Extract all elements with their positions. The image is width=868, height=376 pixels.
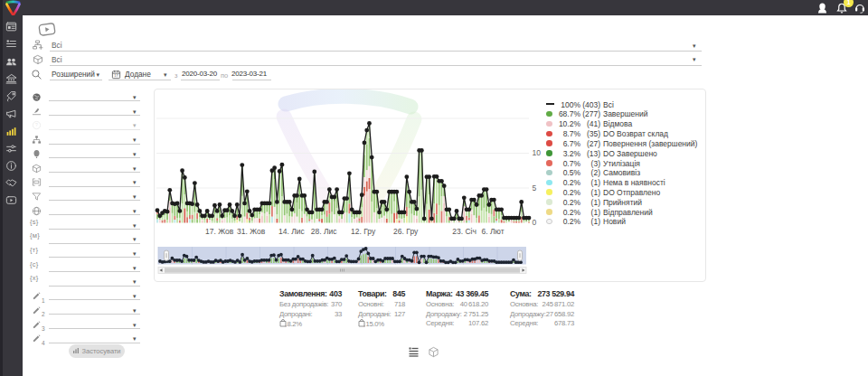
svg-text:0: 0 bbox=[533, 218, 537, 227]
svg-text:26. Гру: 26. Гру bbox=[393, 227, 419, 236]
svg-text:10: 10 bbox=[533, 148, 542, 157]
svg-text:5: 5 bbox=[533, 183, 537, 193]
svg-text:28. Лис: 28. Лис bbox=[311, 227, 338, 236]
svg-text:x: x bbox=[364, 324, 366, 328]
svg-text:6. Лют: 6. Лют bbox=[481, 227, 504, 236]
svg-text:x: x bbox=[286, 324, 288, 328]
svg-text:23. Січ: 23. Січ bbox=[452, 227, 476, 236]
svg-text:14. Лис: 14. Лис bbox=[278, 227, 306, 236]
svg-text:?: ? bbox=[35, 123, 38, 128]
svg-text:31. Жов: 31. Жов bbox=[237, 227, 266, 236]
svg-text:17. Жов: 17. Жов bbox=[205, 227, 234, 236]
svg-text:12. Гру: 12. Гру bbox=[351, 227, 376, 236]
